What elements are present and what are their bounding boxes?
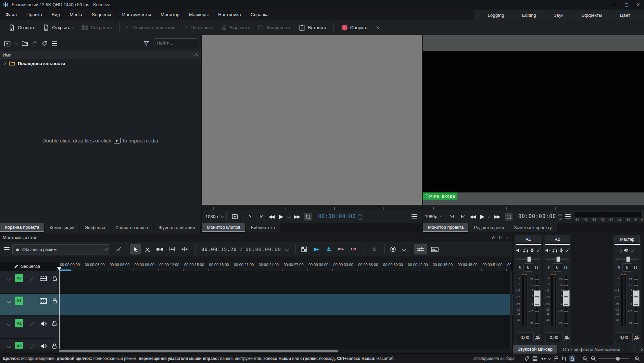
snap-toggle[interactable] <box>541 356 547 361</box>
spacer-tool-button[interactable] <box>154 244 165 254</box>
pan-handle[interactable] <box>626 256 630 262</box>
import-media-icon[interactable] <box>114 138 121 143</box>
menu-Правка[interactable]: Правка <box>22 9 47 20</box>
resolution-dropdown-icon[interactable] <box>440 214 443 217</box>
track-name-badge[interactable]: V1 <box>15 297 23 305</box>
bin-tab[interactable]: Свойства клипа <box>111 223 153 232</box>
track-lane[interactable] <box>59 316 513 338</box>
panel-close-icon[interactable]: × <box>506 235 508 240</box>
play-button[interactable]: ▶ <box>279 213 283 220</box>
razor-tool-button[interactable] <box>142 244 153 254</box>
selection-tool-button[interactable] <box>130 244 141 254</box>
filter-button[interactable] <box>143 41 149 46</box>
workspace-tab-Цвет[interactable]: Цвет <box>611 11 639 20</box>
thumbnails-toggle[interactable] <box>532 356 538 361</box>
zoom-in-button[interactable] <box>635 356 640 361</box>
new-button[interactable]: Создать <box>5 22 39 33</box>
record-mic-icon[interactable] <box>530 248 534 253</box>
clip-monitor-menu-button[interactable] <box>412 214 417 219</box>
mute-icon[interactable] <box>516 248 521 253</box>
tag-button[interactable] <box>42 41 48 47</box>
create-folder-button[interactable] <box>22 41 28 46</box>
track-name-badge[interactable]: A2 <box>15 342 23 349</box>
menu-Media[interactable]: Media <box>65 9 87 20</box>
zoom-fit-button[interactable] <box>583 356 588 361</box>
audio-levels-toggle[interactable] <box>414 244 427 254</box>
project-monitor-video[interactable] <box>423 51 644 192</box>
db-value[interactable]: 0,00 <box>615 333 633 342</box>
record-button[interactable] <box>388 244 399 254</box>
collapse-strip-icon[interactable] <box>619 247 622 253</box>
track-effects-icon[interactable] <box>29 321 35 327</box>
redo-button[interactable]: ↷ Повторить <box>179 22 217 33</box>
db-value[interactable]: 0,00 <box>516 333 534 342</box>
timecode-dropdown-icon[interactable] <box>285 247 289 251</box>
play-dropdown-icon[interactable] <box>488 215 491 218</box>
mixer-track-button[interactable]: A2 <box>545 236 570 243</box>
cut-button[interactable]: Вырезать <box>217 22 254 33</box>
timecode-spinner[interactable] <box>558 213 561 220</box>
monitor-headphones-icon[interactable] <box>552 248 557 253</box>
delete-button[interactable] <box>32 41 38 47</box>
menu-Инструменты[interactable]: Инструменты <box>117 9 156 20</box>
menu-Маркеры[interactable]: Маркеры <box>184 9 213 20</box>
record-dropdown-icon[interactable] <box>402 247 406 251</box>
forward-button[interactable]: ▶▶ <box>294 214 300 219</box>
track-lane[interactable] <box>59 339 513 349</box>
track-name-badge[interactable]: V2 <box>15 274 23 282</box>
timeline-ruler[interactable]: 00:00:00:0000:00:03:0000:00:06:0000:00:0… <box>59 262 511 272</box>
track-collapse-icon[interactable] <box>7 277 11 280</box>
bin-tab[interactable]: Корзина проекта <box>0 223 44 232</box>
ripple-tool-button[interactable] <box>179 244 190 254</box>
track-effects-icon[interactable] <box>29 298 35 304</box>
minimize-button[interactable]: — <box>609 0 621 9</box>
maximize-button[interactable]: ▢ <box>621 0 632 9</box>
open-button[interactable]: Открыть... <box>39 22 78 33</box>
copy-button[interactable]: Копировать <box>254 22 295 33</box>
track-header[interactable]: V2 <box>0 271 59 293</box>
project-monitor-tab[interactable]: Монитор проекта <box>423 223 468 232</box>
tab-scroll-left-icon[interactable] <box>633 347 636 351</box>
resolution-dropdown-icon[interactable] <box>220 214 224 217</box>
clip-monitor-timecode[interactable]: 00:00:00:00 <box>318 213 356 220</box>
mute-icon[interactable] <box>545 248 551 253</box>
zoom-out-button[interactable] <box>591 356 596 361</box>
bin-tab[interactable]: Эффекты <box>80 223 110 232</box>
zone-in-button[interactable] <box>450 214 455 219</box>
record-mic-icon[interactable] <box>559 248 563 253</box>
pan-handle[interactable] <box>556 256 560 262</box>
project-monitor-timecode[interactable]: 00:00:00:00 <box>518 213 556 220</box>
track-name-badge[interactable]: A1 <box>15 319 23 327</box>
lock-toggle[interactable] <box>569 355 575 362</box>
pan-value[interactable]: 0 <box>622 263 632 272</box>
resolution-select[interactable]: 1080p <box>205 214 218 219</box>
workspace-tab-Logging[interactable]: Logging <box>479 11 513 20</box>
menu-Файл[interactable]: Файл <box>1 9 22 20</box>
bin-name-column-header[interactable]: Имя <box>0 51 201 59</box>
clip-monitor-tab[interactable]: Монитор клипов <box>202 223 245 232</box>
resolution-select[interactable]: 1080p <box>425 214 437 219</box>
menu-Настройка[interactable]: Настройка <box>213 9 245 20</box>
pan-value[interactable]: 0 <box>523 263 533 272</box>
save-button[interactable]: Сохранить <box>78 22 117 33</box>
paste-button[interactable]: Вставить <box>295 22 331 33</box>
monitor-overlay-button[interactable] <box>232 214 238 219</box>
subtitles-toggle[interactable] <box>428 244 441 254</box>
mixer-tab[interactable]: Стек эффектов/композиций <box>558 345 625 353</box>
render-dropdown-icon[interactable] <box>376 25 380 28</box>
add-clip-dropdown-icon[interactable] <box>14 41 18 45</box>
track-effects-icon[interactable] <box>29 276 35 281</box>
track-collapse-icon[interactable] <box>7 299 11 303</box>
clip-monitor-tab[interactable]: Библиотека <box>246 223 280 232</box>
workspace-tab-Звук[interactable]: Звук <box>545 11 572 20</box>
workspace-tab-Эффекты[interactable]: Эффекты <box>572 11 611 20</box>
track-collapse-icon[interactable] <box>7 345 11 348</box>
forward-button[interactable]: ▶▶ <box>494 214 500 219</box>
playhead-marker[interactable] <box>57 267 62 271</box>
search-input[interactable]: Найти... <box>154 38 197 47</box>
edit-mode-select[interactable]: Обычный режим <box>12 244 110 254</box>
track-header[interactable]: A1 <box>0 316 59 338</box>
rewind-button[interactable]: ◀◀ <box>268 214 274 219</box>
zone-mode-button[interactable] <box>505 213 513 221</box>
clip-monitor-video[interactable] <box>202 35 422 205</box>
